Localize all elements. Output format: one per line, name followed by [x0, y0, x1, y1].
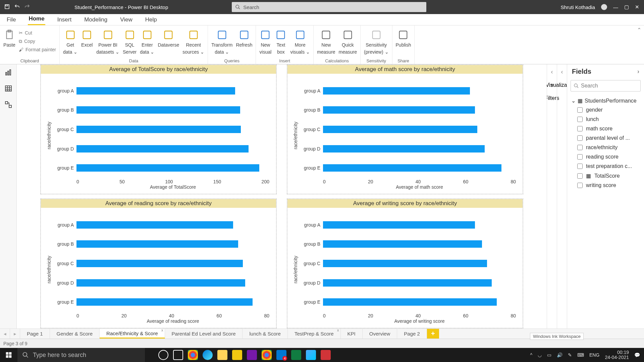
field-item[interactable]: gender: [571, 105, 640, 115]
bar[interactable]: [323, 145, 485, 153]
bar[interactable]: [76, 260, 243, 267]
field-item[interactable]: parental level of ...: [571, 133, 640, 143]
close-tab-icon[interactable]: x: [161, 328, 163, 332]
ribbon-get-button[interactable]: Getdata ⌄: [63, 27, 77, 55]
avatar[interactable]: [601, 4, 607, 10]
bar[interactable]: [323, 298, 497, 306]
language-indicator[interactable]: ENG: [589, 352, 599, 358]
snip-icon[interactable]: [321, 350, 331, 360]
ribbon-sql-button[interactable]: SQLServer: [123, 27, 137, 55]
ribbon-text-button[interactable]: Textbox: [275, 27, 287, 55]
onenote-icon[interactable]: [247, 350, 257, 360]
field-checkbox[interactable]: [577, 117, 583, 122]
chart-visual[interactable]: Average of TotalScore by race/ethnicityr…: [40, 64, 277, 194]
menu-insert[interactable]: Insert: [57, 14, 72, 25]
field-item[interactable]: writing score: [571, 181, 640, 190]
page-tab[interactable]: Page 2: [397, 329, 427, 339]
field-checkbox[interactable]: [577, 173, 583, 179]
format-painter-button[interactable]: 🖌Format painter: [19, 46, 56, 53]
pen-icon[interactable]: ✎: [568, 352, 572, 358]
bar[interactable]: [76, 106, 240, 114]
chevron-right-icon[interactable]: ›: [637, 68, 639, 75]
bar[interactable]: [323, 260, 487, 267]
field-item[interactable]: lunch: [571, 115, 640, 124]
photos-icon[interactable]: [306, 350, 316, 360]
field-item[interactable]: ▦TotalScore: [571, 171, 640, 181]
field-item[interactable]: race/ethnicity: [571, 143, 640, 152]
field-item[interactable]: test preparation c...: [571, 162, 640, 171]
page-tab[interactable]: Race/Ethnicity & Scorex: [100, 329, 165, 339]
ribbon-refresh-button[interactable]: Refresh: [236, 27, 252, 48]
report-canvas[interactable]: Average of TotalScore by race/ethnicityr…: [17, 64, 547, 328]
fields-table-header[interactable]: ⌄ ▦ StudentsPerformance: [571, 96, 640, 105]
task-view-icon[interactable]: [173, 350, 183, 360]
field-checkbox[interactable]: [577, 145, 583, 150]
field-item[interactable]: math score: [571, 124, 640, 133]
chrome2-icon[interactable]: [262, 350, 272, 360]
excel-icon[interactable]: [291, 350, 301, 360]
tabs-prev-icon[interactable]: ◂: [0, 329, 10, 339]
paste-button[interactable]: Paste: [3, 27, 15, 48]
bar[interactable]: [76, 126, 241, 133]
bar[interactable]: [76, 298, 253, 306]
page-tab[interactable]: Gender & Score: [50, 329, 100, 339]
field-checkbox[interactable]: [577, 135, 583, 141]
ribbon-more-button[interactable]: Morevisuals ⌄: [290, 27, 310, 55]
page-tab[interactable]: KPI: [341, 329, 363, 339]
battery-icon[interactable]: ▭: [547, 352, 551, 358]
bar[interactable]: [76, 145, 249, 153]
chevron-left-icon[interactable]: ‹: [551, 68, 553, 75]
edge-icon[interactable]: [203, 350, 213, 360]
minimize-icon[interactable]: —: [613, 4, 618, 10]
bar[interactable]: [76, 164, 259, 172]
chevron-left-icon[interactable]: ‹: [561, 68, 563, 75]
bar[interactable]: [76, 279, 245, 287]
close-tab-icon[interactable]: x: [337, 328, 339, 332]
field-checkbox[interactable]: [577, 126, 583, 131]
report-view-icon[interactable]: [4, 68, 12, 76]
bar[interactable]: [323, 87, 470, 95]
ribbon-sensitivity-button[interactable]: Sensitivity(preview) ⌄: [364, 27, 388, 55]
field-checkbox[interactable]: [577, 183, 583, 188]
menu-modeling[interactable]: Modeling: [84, 14, 108, 25]
menu-help[interactable]: Help: [145, 14, 158, 25]
bar[interactable]: [323, 221, 475, 229]
ribbon-enter-button[interactable]: Enterdata ⌄: [140, 27, 154, 55]
field-checkbox[interactable]: [577, 107, 583, 113]
ribbon-publish-button[interactable]: Publish: [396, 27, 411, 48]
ribbon-power-bi-button[interactable]: Power BIdatasets ⌄: [96, 27, 119, 55]
page-tab[interactable]: lunch & Score: [243, 329, 287, 339]
filters-pane-collapsed[interactable]: ‹ ▿ Filters: [547, 64, 557, 328]
field-item[interactable]: reading score: [571, 152, 640, 162]
ribbon-transform-button[interactable]: Transformdata ⌄: [211, 27, 232, 55]
mail-icon[interactable]: 4: [276, 350, 286, 360]
chart-visual[interactable]: Average of writing score by race/ethnici…: [287, 198, 523, 328]
maximize-icon[interactable]: ▢: [624, 4, 629, 10]
bar[interactable]: [76, 221, 233, 229]
menu-home[interactable]: Home: [28, 13, 45, 25]
copy-button[interactable]: ⧉Copy: [19, 37, 56, 44]
menu-file[interactable]: File: [6, 14, 16, 25]
save-icon[interactable]: [4, 4, 10, 11]
ribbon-new-button[interactable]: Newmeasure: [317, 27, 335, 55]
ribbon-recent-button[interactable]: Recentsources ⌄: [182, 27, 204, 55]
chart-visual[interactable]: Average of math score by race/ethnicityr…: [287, 64, 523, 194]
page-tab[interactable]: Page 1: [20, 329, 50, 339]
ribbon-quick-button[interactable]: Quickmeasure: [339, 27, 357, 55]
close-icon[interactable]: ✕: [635, 4, 639, 10]
bar[interactable]: [323, 164, 501, 172]
menu-view[interactable]: View: [119, 14, 133, 25]
page-tab[interactable]: Parental Ed Level and Score: [165, 329, 243, 339]
user-name[interactable]: Shruti Kothadia: [560, 4, 595, 10]
bar[interactable]: [323, 240, 482, 248]
field-checkbox[interactable]: [577, 154, 583, 160]
fields-search[interactable]: Search: [571, 80, 641, 92]
bar[interactable]: [76, 87, 235, 95]
data-view-icon[interactable]: [4, 84, 12, 93]
start-button[interactable]: [0, 352, 17, 358]
bar[interactable]: [323, 279, 492, 287]
ribbon-excel-button[interactable]: Excel: [81, 27, 93, 48]
powerbi-icon[interactable]: [232, 350, 242, 360]
chrome-icon[interactable]: [188, 350, 198, 360]
visualizations-pane-collapsed[interactable]: ‹ Visualizations: [557, 64, 567, 328]
